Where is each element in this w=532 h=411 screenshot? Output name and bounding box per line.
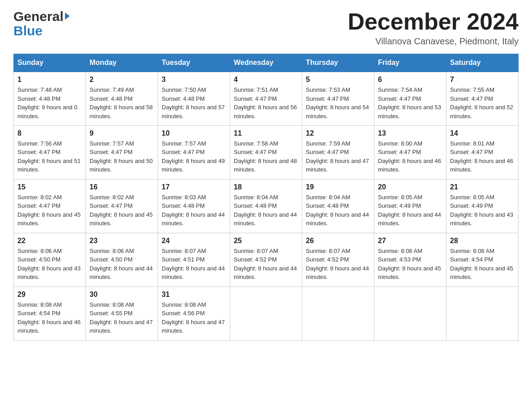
day-number: 4 — [234, 76, 298, 84]
day-info: Sunrise: 8:07 AMSunset: 4:51 PMDaylight:… — [162, 247, 226, 282]
day-info: Sunrise: 7:53 AMSunset: 4:47 PMDaylight:… — [306, 86, 370, 120]
day-info: Sunrise: 8:08 AMSunset: 4:54 PMDaylight:… — [450, 247, 515, 282]
calendar-row: 15 Sunrise: 8:02 AMSunset: 4:47 PMDaylig… — [14, 179, 519, 233]
day-number: 23 — [90, 237, 154, 245]
day-info: Sunrise: 7:56 AMSunset: 4:47 PMDaylight:… — [17, 139, 82, 174]
calendar-cell — [302, 287, 374, 340]
day-number: 22 — [17, 237, 82, 245]
location-subtitle: Villanova Canavese, Piedmont, Italy — [348, 36, 519, 47]
calendar-cell: 25 Sunrise: 8:07 AMSunset: 4:52 PMDaylig… — [230, 233, 302, 287]
logo: General Blue — [13, 9, 70, 39]
calendar-cell: 18 Sunrise: 8:04 AMSunset: 4:48 PMDaylig… — [230, 179, 302, 233]
calendar-row: 1 Sunrise: 7:48 AMSunset: 4:48 PMDayligh… — [14, 72, 519, 125]
calendar-cell — [230, 287, 302, 340]
day-number: 31 — [162, 291, 226, 299]
calendar-cell — [374, 287, 446, 340]
day-info: Sunrise: 8:00 AMSunset: 4:47 PMDaylight:… — [378, 139, 442, 174]
day-number: 18 — [234, 183, 298, 191]
day-info: Sunrise: 8:07 AMSunset: 4:52 PMDaylight:… — [306, 247, 370, 282]
calendar-cell: 13 Sunrise: 8:00 AMSunset: 4:47 PMDaylig… — [374, 125, 446, 179]
calendar-cell: 17 Sunrise: 8:03 AMSunset: 4:48 PMDaylig… — [158, 179, 230, 233]
day-number: 25 — [234, 237, 298, 245]
calendar-cell: 1 Sunrise: 7:48 AMSunset: 4:48 PMDayligh… — [14, 72, 86, 125]
calendar-cell: 23 Sunrise: 8:06 AMSunset: 4:50 PMDaylig… — [86, 233, 158, 287]
day-number: 5 — [306, 76, 370, 84]
logo-triangle-icon — [65, 13, 70, 20]
calendar-cell: 8 Sunrise: 7:56 AMSunset: 4:47 PMDayligh… — [14, 125, 86, 179]
calendar-cell: 4 Sunrise: 7:51 AMSunset: 4:47 PMDayligh… — [230, 72, 302, 125]
month-title: December 2024 — [348, 9, 519, 34]
day-info: Sunrise: 7:57 AMSunset: 4:47 PMDaylight:… — [162, 139, 226, 174]
day-info: Sunrise: 8:01 AMSunset: 4:47 PMDaylight:… — [450, 139, 515, 174]
day-number: 1 — [17, 76, 82, 84]
day-info: Sunrise: 8:08 AMSunset: 4:56 PMDaylight:… — [162, 300, 226, 335]
day-info: Sunrise: 7:58 AMSunset: 4:47 PMDaylight:… — [234, 139, 298, 174]
day-number: 30 — [90, 291, 154, 299]
logo-blue-text: Blue — [13, 23, 43, 39]
day-number: 20 — [378, 183, 442, 191]
header-row: Sunday Monday Tuesday Wednesday Thursday… — [14, 54, 519, 72]
day-number: 13 — [378, 129, 442, 137]
calendar-row: 22 Sunrise: 8:06 AMSunset: 4:50 PMDaylig… — [14, 233, 519, 287]
day-number: 7 — [450, 76, 515, 84]
col-sunday: Sunday — [14, 54, 86, 72]
day-info: Sunrise: 7:59 AMSunset: 4:47 PMDaylight:… — [306, 139, 370, 174]
day-info: Sunrise: 8:03 AMSunset: 4:48 PMDaylight:… — [162, 193, 226, 228]
day-info: Sunrise: 7:48 AMSunset: 4:48 PMDaylight:… — [17, 86, 82, 120]
calendar-cell: 16 Sunrise: 8:02 AMSunset: 4:47 PMDaylig… — [86, 179, 158, 233]
day-number: 9 — [90, 129, 154, 137]
calendar-cell: 30 Sunrise: 8:08 AMSunset: 4:55 PMDaylig… — [86, 287, 158, 340]
day-info: Sunrise: 7:57 AMSunset: 4:47 PMDaylight:… — [90, 139, 154, 174]
calendar-cell: 29 Sunrise: 8:08 AMSunset: 4:54 PMDaylig… — [14, 287, 86, 340]
day-number: 11 — [234, 129, 298, 137]
calendar-cell: 15 Sunrise: 8:02 AMSunset: 4:47 PMDaylig… — [14, 179, 86, 233]
calendar-cell: 9 Sunrise: 7:57 AMSunset: 4:47 PMDayligh… — [86, 125, 158, 179]
day-number: 29 — [17, 291, 82, 299]
day-number: 28 — [450, 237, 515, 245]
calendar-cell: 26 Sunrise: 8:07 AMSunset: 4:52 PMDaylig… — [302, 233, 374, 287]
day-number: 8 — [17, 129, 82, 137]
calendar-cell: 19 Sunrise: 8:04 AMSunset: 4:48 PMDaylig… — [302, 179, 374, 233]
calendar-cell: 5 Sunrise: 7:53 AMSunset: 4:47 PMDayligh… — [302, 72, 374, 125]
day-number: 10 — [162, 129, 226, 137]
day-info: Sunrise: 7:54 AMSunset: 4:47 PMDaylight:… — [378, 86, 442, 120]
day-number: 6 — [378, 76, 442, 84]
page-header: General Blue December 2024 Villanova Can… — [13, 9, 519, 47]
calendar-cell: 20 Sunrise: 8:05 AMSunset: 4:49 PMDaylig… — [374, 179, 446, 233]
day-info: Sunrise: 8:04 AMSunset: 4:48 PMDaylight:… — [234, 193, 298, 228]
day-number: 21 — [450, 183, 515, 191]
calendar-cell: 31 Sunrise: 8:08 AMSunset: 4:56 PMDaylig… — [158, 287, 230, 340]
calendar-cell: 27 Sunrise: 8:08 AMSunset: 4:53 PMDaylig… — [374, 233, 446, 287]
calendar-body: 1 Sunrise: 7:48 AMSunset: 4:48 PMDayligh… — [14, 72, 519, 340]
day-info: Sunrise: 8:06 AMSunset: 4:50 PMDaylight:… — [90, 247, 154, 282]
calendar-cell: 28 Sunrise: 8:08 AMSunset: 4:54 PMDaylig… — [446, 233, 519, 287]
col-saturday: Saturday — [446, 54, 519, 72]
day-info: Sunrise: 8:08 AMSunset: 4:53 PMDaylight:… — [378, 247, 442, 282]
col-monday: Monday — [86, 54, 158, 72]
day-info: Sunrise: 8:02 AMSunset: 4:47 PMDaylight:… — [17, 193, 82, 228]
calendar-cell: 3 Sunrise: 7:50 AMSunset: 4:48 PMDayligh… — [158, 72, 230, 125]
day-info: Sunrise: 8:04 AMSunset: 4:48 PMDaylight:… — [306, 193, 370, 228]
day-info: Sunrise: 7:49 AMSunset: 4:48 PMDaylight:… — [90, 86, 154, 120]
day-number: 12 — [306, 129, 370, 137]
calendar-cell — [446, 287, 519, 340]
day-number: 14 — [450, 129, 515, 137]
calendar-cell: 10 Sunrise: 7:57 AMSunset: 4:47 PMDaylig… — [158, 125, 230, 179]
day-info: Sunrise: 8:05 AMSunset: 4:49 PMDaylight:… — [450, 193, 515, 228]
calendar-row: 8 Sunrise: 7:56 AMSunset: 4:47 PMDayligh… — [14, 125, 519, 179]
day-info: Sunrise: 8:06 AMSunset: 4:50 PMDaylight:… — [17, 247, 82, 282]
calendar-cell: 12 Sunrise: 7:59 AMSunset: 4:47 PMDaylig… — [302, 125, 374, 179]
day-info: Sunrise: 7:50 AMSunset: 4:48 PMDaylight:… — [162, 86, 226, 120]
day-info: Sunrise: 8:08 AMSunset: 4:54 PMDaylight:… — [17, 300, 82, 335]
col-tuesday: Tuesday — [158, 54, 230, 72]
calendar-cell: 11 Sunrise: 7:58 AMSunset: 4:47 PMDaylig… — [230, 125, 302, 179]
day-info: Sunrise: 7:51 AMSunset: 4:47 PMDaylight:… — [234, 86, 298, 120]
calendar-cell: 24 Sunrise: 8:07 AMSunset: 4:51 PMDaylig… — [158, 233, 230, 287]
day-info: Sunrise: 8:02 AMSunset: 4:47 PMDaylight:… — [90, 193, 154, 228]
calendar-cell: 21 Sunrise: 8:05 AMSunset: 4:49 PMDaylig… — [446, 179, 519, 233]
day-number: 27 — [378, 237, 442, 245]
day-number: 16 — [90, 183, 154, 191]
col-thursday: Thursday — [302, 54, 374, 72]
calendar-header: Sunday Monday Tuesday Wednesday Thursday… — [14, 54, 519, 72]
day-info: Sunrise: 7:55 AMSunset: 4:47 PMDaylight:… — [450, 86, 515, 120]
